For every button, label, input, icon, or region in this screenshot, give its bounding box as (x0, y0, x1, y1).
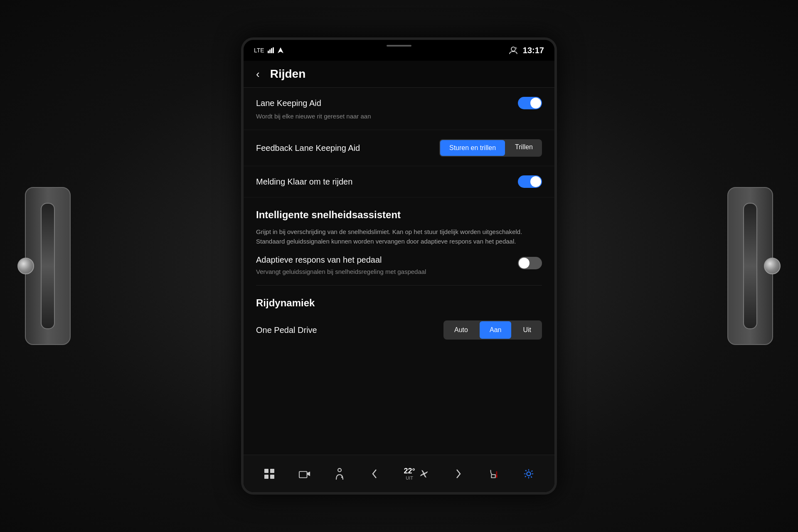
feedback-option-1[interactable]: Sturen en trillen (440, 140, 505, 156)
rijdynamiek-heading: Rijdynamiek (256, 297, 542, 309)
main-screen: LTE 0 13:17 (241, 37, 557, 495)
svg-point-16 (423, 473, 425, 475)
svg-rect-3 (273, 47, 274, 53)
adaptive-text-block: Adaptieve respons van het pedaal Vervang… (256, 255, 510, 276)
adaptive-toggle-knob (519, 258, 530, 268)
svg-marker-13 (307, 471, 310, 476)
lane-keeping-aid-item: Lane Keeping Aid Wordt bij elke nieuwe r… (244, 88, 554, 130)
melding-item: Melding Klaar om te rijden (244, 166, 554, 197)
adaptive-label: Adaptieve respons van het pedaal (256, 255, 510, 265)
left-vent (25, 187, 71, 345)
svg-rect-19 (496, 471, 498, 473)
left-arrow-bottom[interactable] (369, 468, 380, 480)
page-title: Rijden (270, 67, 306, 81)
feedback-lka-label: Feedback Lane Keeping Aid (256, 143, 360, 153)
intelligente-description: Grijpt in bij overschrijding van de snel… (244, 224, 554, 246)
scroll-content[interactable]: Lane Keeping Aid Wordt bij elke nieuwe r… (244, 88, 554, 455)
temp-label: UIT (406, 475, 413, 480)
right-arrow-bottom[interactable] (453, 468, 464, 480)
car-background: LTE 0 13:17 (0, 0, 798, 532)
lane-keeping-aid-toggle[interactable] (518, 97, 542, 109)
status-right: 0 13:17 (509, 46, 544, 55)
feedback-segmented-control: Sturen en trillen Trillen (439, 139, 542, 157)
svg-rect-17 (496, 474, 498, 477)
svg-point-14 (338, 468, 341, 472)
person-icon-bottom[interactable] (334, 468, 345, 480)
status-bar: LTE 0 13:17 (244, 40, 554, 61)
svg-rect-12 (299, 471, 307, 478)
melding-toggle[interactable] (518, 175, 542, 188)
time-display: 13:17 (523, 46, 544, 55)
melding-label: Melding Klaar om te rijden (256, 177, 352, 187)
adaptive-toggle[interactable] (518, 257, 542, 269)
svg-point-20 (527, 472, 530, 475)
right-vent (727, 187, 773, 345)
svg-rect-0 (268, 51, 269, 53)
one-pedal-drive-item: One Pedal Drive Auto Aan Uit (244, 312, 554, 348)
header: ‹ Rijden (244, 61, 554, 88)
svg-rect-2 (271, 48, 272, 53)
back-button[interactable]: ‹ (254, 66, 262, 83)
svg-rect-18 (496, 473, 498, 474)
right-vent-knob (764, 258, 781, 274)
one-pedal-aan-btn[interactable]: Aan (480, 321, 511, 339)
lte-label: LTE (254, 47, 264, 54)
svg-marker-4 (278, 47, 283, 53)
one-pedal-drive-label: One Pedal Drive (256, 325, 317, 335)
feedback-option-2[interactable]: Trillen (506, 139, 542, 157)
temperature-display: 22° UIT (404, 467, 429, 480)
fan-icon (419, 468, 429, 479)
account-icon: 0 (509, 47, 518, 54)
intelligente-heading: Intelligente snelheidsassistent (256, 209, 542, 221)
svg-point-15 (341, 476, 343, 478)
navigation-icon (278, 47, 283, 53)
bottom-bar: 22° UIT (244, 455, 554, 492)
gear-icon-bottom[interactable] (523, 468, 534, 480)
svg-rect-1 (269, 49, 271, 53)
svg-rect-10 (264, 475, 268, 479)
one-pedal-drive-control: Auto Aan Uit (443, 320, 542, 340)
adaptive-sublabel: Vervangt geluidssignalen bij snelheidsre… (256, 267, 510, 276)
svg-text:0: 0 (515, 47, 516, 49)
left-vent-knob (17, 258, 34, 274)
signal-icon (268, 47, 274, 53)
feedback-lka-item: Feedback Lane Keeping Aid Sturen en tril… (244, 130, 554, 166)
temp-value: 22° (404, 467, 415, 475)
one-pedal-auto-btn[interactable]: Auto (444, 321, 478, 339)
rijdynamiek-section: Rijdynamiek (244, 286, 554, 312)
seat-icon-bottom[interactable] (488, 468, 499, 480)
lane-keeping-aid-label: Lane Keeping Aid (256, 99, 321, 108)
intelligente-section: Intelligente snelheidsassistent (244, 197, 554, 224)
one-pedal-uit-btn[interactable]: Uit (513, 321, 541, 339)
melding-toggle-knob (530, 176, 541, 187)
svg-rect-8 (264, 469, 268, 473)
home-icon-bottom[interactable] (264, 468, 275, 480)
lane-keeping-aid-toggle-knob (530, 98, 541, 108)
camera-icon-bottom[interactable] (299, 468, 310, 480)
status-left: LTE (254, 47, 283, 54)
svg-rect-9 (270, 469, 274, 473)
lane-keeping-aid-sublabel: Wordt bij elke nieuwe rit gereset naar a… (256, 112, 542, 121)
svg-rect-11 (270, 475, 274, 479)
drag-handle (387, 45, 411, 47)
adaptive-item: Adaptieve respons van het pedaal Vervang… (244, 246, 554, 285)
